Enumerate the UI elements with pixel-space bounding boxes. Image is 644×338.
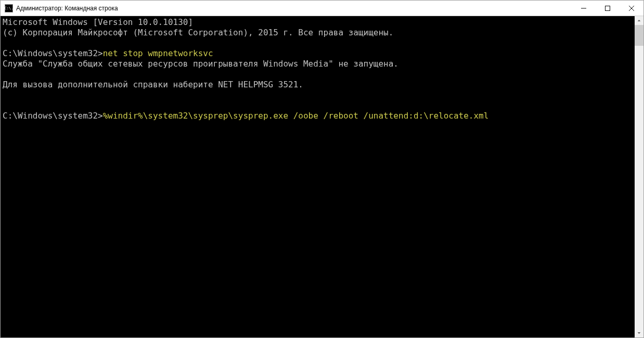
prompt: C:\Windows\system32>: [3, 111, 103, 121]
scroll-thumb[interactable]: [635, 25, 643, 46]
scroll-up-button[interactable]: [635, 16, 643, 25]
output-line: Microsoft Windows [Version 10.0.10130]: [3, 17, 193, 27]
command-text: %windir%\system32\sysprep\sysprep.exe /o…: [103, 111, 489, 121]
command-text: net stop wmpnetworksvc: [103, 48, 213, 58]
window-controls: [572, 1, 643, 16]
close-button[interactable]: [620, 1, 643, 16]
output-line: (c) Корпорация Майкрософт (Microsoft Cor…: [3, 28, 393, 37]
chevron-up-icon: [637, 19, 641, 22]
terminal-output[interactable]: Microsoft Windows [Version 10.0.10130] (…: [1, 16, 635, 337]
maximize-button[interactable]: [596, 1, 620, 16]
maximize-icon: [605, 6, 610, 11]
cmd-icon: C:\.: [5, 4, 13, 12]
chevron-down-icon: [637, 331, 641, 335]
output-line: Служба "Служба общих сетевых ресурсов пр…: [3, 59, 398, 69]
output-line: Для вызова дополнительной справки набери…: [3, 80, 303, 89]
close-icon: [629, 6, 634, 11]
window-title: Администратор: Командная строка: [16, 5, 572, 12]
terminal-wrapper: Microsoft Windows [Version 10.0.10130] (…: [1, 16, 643, 337]
vertical-scrollbar[interactable]: [635, 16, 643, 337]
prompt: C:\Windows\system32>: [3, 48, 103, 58]
scroll-down-button[interactable]: [635, 329, 643, 337]
titlebar[interactable]: C:\. Администратор: Командная строка: [1, 1, 643, 16]
cmd-window: C:\. Администратор: Командная строка Mic…: [0, 0, 644, 338]
svg-rect-1: [606, 6, 610, 10]
minimize-button[interactable]: [572, 1, 596, 16]
minimize-icon: [581, 6, 586, 11]
